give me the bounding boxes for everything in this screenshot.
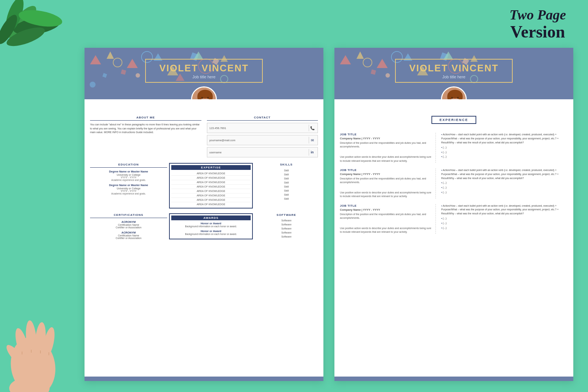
job-bullets-2: Action/How – start each bullet point wit… — [440, 168, 568, 195]
cert-org-2: Certifier or Association — [90, 237, 167, 239]
job-desc2-3: Use positive action words to describe yo… — [340, 227, 432, 234]
job-left-1: JOB TITLE Company Name | YYYY - YYYY Des… — [340, 133, 436, 163]
job-title-3: JOB TITLE — [340, 204, 432, 207]
svg-marker-33 — [340, 55, 351, 64]
job-title-2: JOB TITLE — [340, 168, 432, 172]
page1-full-name: VIOLET VINCENT — [157, 63, 251, 74]
job-bullets-3: Action/How – start each bullet point wit… — [440, 204, 568, 230]
svg-marker-34 — [356, 51, 364, 59]
svg-marker-7 — [90, 55, 101, 64]
skill-5: Skill — [255, 185, 318, 189]
software-item-2: Software — [255, 222, 318, 227]
job-desc-3: Description of the position and the resp… — [340, 213, 432, 220]
email-text: yourname@mail.com — [209, 139, 308, 142]
software-item-4: Software — [255, 231, 318, 235]
experience-title: EXPERIENCE — [431, 116, 476, 124]
award-desc-2: Background information on each honor or … — [171, 233, 251, 235]
page2-name-box: VIOLET VINCENT Job title here — [395, 59, 513, 83]
bullet-1-2: (...) — [441, 150, 568, 154]
skills-column: SKILLS Skill Skill Skill Skill Skill Ski… — [255, 163, 318, 210]
svg-rect-17 — [121, 70, 126, 75]
contact-title: CONTACT — [207, 116, 318, 121]
award-item-1: Honor or Award Background information on… — [171, 222, 251, 228]
award-name-2: Honor or Award — [171, 229, 251, 233]
bullet-2-3: (...) — [441, 190, 568, 195]
edu-school-1: University or College — [90, 174, 167, 176]
phone-icon: 📞 — [309, 125, 315, 131]
job-entry-3: JOB TITLE Company Name | YYYY - YYYY Des… — [340, 204, 568, 234]
award-desc-1: Background information on each honor or … — [171, 225, 251, 228]
job-bullets-1: Action/How – start each bullet point wit… — [440, 133, 568, 159]
edu-year-2: YYYY - YYYY — [90, 190, 167, 192]
page1-middle-section: EDUCATION Degree Name or Master Name Uni… — [90, 163, 318, 210]
pages-container: VIOLET VINCENT Job title here — [85, 48, 573, 381]
bullet-2-0: Action/How – start each bullet point wit… — [441, 168, 568, 181]
svg-point-46 — [386, 73, 390, 78]
job-right-1: Action/How – start each bullet point wit… — [436, 133, 568, 163]
svg-point-31 — [201, 97, 203, 99]
software-item-5: Software — [255, 235, 318, 239]
expertise-item-3: AREA OF KNOWLEDGE — [171, 180, 251, 185]
job-company-1: Company Name | YYYY - YYYY — [340, 137, 432, 140]
bullet-2-1: (...) — [441, 181, 568, 185]
expertise-item-7: AREA OF KNOWLEDGE — [171, 198, 251, 202]
linkedin-icon: in — [309, 149, 315, 156]
svg-point-54 — [451, 97, 453, 99]
linkedin-field: username in — [207, 147, 318, 157]
svg-point-32 — [207, 97, 209, 99]
expertise-column: EXPERTISE AREA OF KNOWLEDGE AREA OF KNOW… — [169, 163, 253, 210]
cert-name-1: Certification Name — [90, 224, 167, 226]
page1-header: VIOLET VINCENT Job title here — [85, 48, 323, 99]
about-text: You can include "about me" in these para… — [90, 123, 201, 135]
svg-marker-35 — [377, 59, 388, 68]
linkedin-text: username — [209, 151, 308, 154]
edu-item-2: Degree Name or Master Name University or… — [90, 183, 167, 195]
skill-7: Skill — [255, 193, 318, 197]
job-desc2-2: Use positive action words to describe yo… — [340, 191, 432, 198]
page2-header: VIOLET VINCENT Job title here — [334, 48, 573, 99]
two-page-version-label: Two Page Version — [509, 7, 566, 41]
page1-footer — [85, 377, 323, 381]
resume-page-1: VIOLET VINCENT Job title here — [85, 48, 323, 381]
bullet-1-0: Action/How – start each bullet point wit… — [441, 133, 568, 145]
job-entry-2: JOB TITLE Company Name | YYYY - YYYY Des… — [340, 168, 568, 199]
expertise-title: EXPERTISE — [171, 165, 251, 170]
bullet-3-3: (...) — [441, 226, 568, 230]
job-left-3: JOB TITLE Company Name | YYYY - YYYY Des… — [340, 204, 436, 234]
page2-footer — [334, 377, 573, 381]
awards-box: AWARDS Honor or Award Background informa… — [169, 213, 253, 239]
software-item-3: Software — [255, 227, 318, 231]
email-icon: ✉ — [309, 137, 315, 143]
expertise-item-1: AREA OF KNOWLEDGE — [171, 171, 251, 176]
cert-name-2: Certification Name — [90, 234, 167, 237]
education-column: EDUCATION Degree Name or Master Name Uni… — [90, 163, 167, 210]
experience-header: EXPERIENCE — [340, 116, 568, 128]
software-item-1: Software — [255, 218, 318, 222]
edu-school-2: University or College — [90, 187, 167, 190]
bullet-3-0: Action/How – start each bullet point wit… — [441, 204, 568, 216]
email-field: yourname@mail.com ✉ — [207, 135, 318, 145]
svg-point-23 — [90, 82, 96, 88]
expertise-item-2: AREA OF KNOWLEDGE — [171, 176, 251, 180]
page1-bottom-section: CERTIFICATIONS ACRONYM Certification Nam… — [90, 213, 318, 242]
edu-desc-1: Academic experience and goals. — [90, 179, 167, 181]
page1-job-title: Job title here — [157, 75, 251, 79]
page1-top-section: ABOUT ME You can include "about me" in t… — [90, 116, 318, 159]
svg-marker-9 — [127, 59, 138, 68]
plant-decoration — [0, 0, 81, 74]
cert-acronym-1: ACRONYM — [90, 220, 167, 224]
awards-column: AWARDS Honor or Award Background informa… — [169, 213, 253, 242]
resume-page-2: VIOLET VINCENT Job title here — [334, 48, 573, 381]
job-title-1: JOB TITLE — [340, 133, 432, 136]
cert-item-2: ACRONYM Certification Name Certifier or … — [90, 231, 167, 239]
page2-body: EXPERIENCE JOB TITLE Company Name | YYYY… — [334, 99, 573, 377]
award-name-1: Honor or Award — [171, 222, 251, 225]
job-entry-1: JOB TITLE Company Name | YYYY - YYYY Des… — [340, 133, 568, 163]
awards-title: AWARDS — [171, 215, 251, 220]
edu-degree-2: Degree Name or Master Name — [90, 183, 167, 187]
job-right-2: Action/How – start each bullet point wit… — [436, 168, 568, 199]
job-right-3: Action/How – start each bullet point wit… — [436, 204, 568, 234]
about-title: ABOUT ME — [90, 116, 201, 121]
skill-6: Skill — [255, 189, 318, 193]
edu-degree-1: Degree Name or Master Name — [90, 170, 167, 173]
